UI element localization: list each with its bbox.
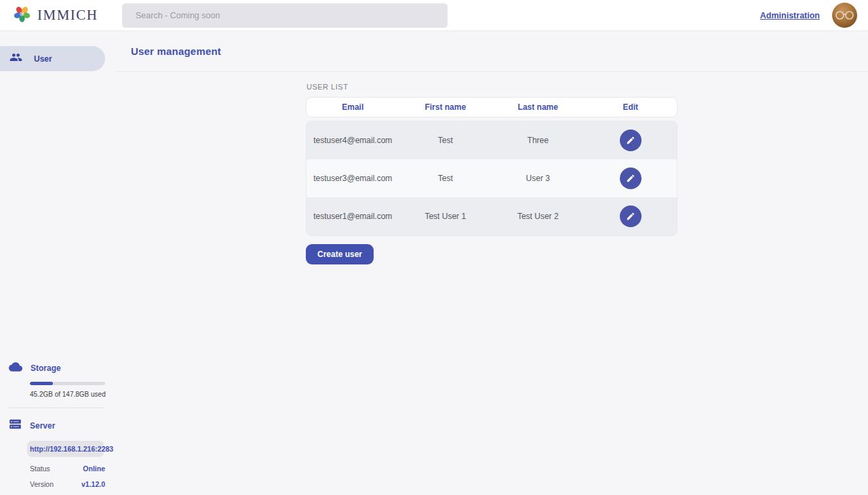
sidebar-item-user[interactable]: User [0,46,105,71]
table-row: testuser4@email.com Test Three [307,121,677,159]
cell-edit [585,130,677,151]
storage-progress-bar [30,382,105,385]
server-title: Server [30,421,55,431]
storage-progress-fill [30,382,53,385]
version-value: v1.12.0 [81,480,105,488]
sidebar-status-panel: Storage 45.2GB of 147.8GB used [0,360,115,488]
cell-edit [585,205,677,227]
storage-title: Storage [31,363,61,373]
sidebar: User Storage 45.2GB of 147.8GB used [0,31,115,495]
user-table-body: testuser4@email.com Test Three te [306,121,677,236]
search-input[interactable] [122,3,448,28]
cloud-icon [9,360,22,376]
cell-edit [585,167,677,189]
cell-email: testuser4@email.com [307,136,399,145]
cell-first-name: Test [399,136,492,145]
users-icon [9,51,22,66]
server-status-row: Status Online [30,464,105,473]
section-title: USER LIST [307,83,677,91]
status-value: Online [83,464,105,473]
cell-last-name: Test User 2 [492,212,585,221]
server-widget-header: Server [0,418,115,433]
storage-widget-header: Storage [0,360,115,376]
user-table-header: Email First name Last name Edit [306,97,677,117]
brand[interactable]: IMMICH [0,5,122,26]
page-header: User management [115,31,868,72]
immich-flower-logo-icon [13,5,31,26]
page: IMMICH Administration User [0,0,868,495]
pencil-icon [626,174,635,183]
cell-email: testuser3@email.com [307,174,399,183]
cell-email: testuser1@email.com [307,212,399,221]
sidebar-divider [8,408,105,408]
version-label: Version [30,480,54,488]
content-area: User Storage 45.2GB of 147.8GB used [0,31,868,495]
cell-first-name: Test [399,174,492,183]
page-title: User management [131,45,221,57]
column-header-edit: Edit [585,102,677,112]
glasses-on-wood-image [835,10,854,20]
edit-user-button[interactable] [620,205,642,227]
column-header-email: Email [307,102,399,112]
storage-usage-text: 45.2GB of 147.8GB used [30,391,115,398]
server-version-row: Version v1.12.0 [30,480,105,488]
edit-user-button[interactable] [620,167,642,189]
topbar: IMMICH Administration [0,0,868,31]
table-row: testuser3@email.com Test User 3 [307,159,677,197]
pencil-icon [626,212,635,221]
table-row: testuser1@email.com Test User 1 Test Use… [307,197,677,235]
sidebar-item-label: User [34,54,52,64]
column-header-last-name: Last name [492,102,585,112]
user-avatar[interactable] [832,3,857,28]
cell-last-name: User 3 [492,174,585,183]
cell-first-name: Test User 1 [399,212,492,221]
brand-wordmark: IMMICH [37,7,98,24]
cell-last-name: Three [492,136,585,145]
server-icon [9,418,22,433]
administration-link[interactable]: Administration [760,11,820,20]
server-url-badge: http://192.168.1.216:2283 [27,441,104,457]
main-panel: User management USER LIST Email First na… [115,31,868,495]
pencil-icon [626,136,635,145]
user-list-section: USER LIST Email First name Last name Edi… [306,72,677,264]
edit-user-button[interactable] [620,130,642,151]
status-label: Status [30,464,50,473]
create-user-button[interactable]: Create user [306,244,374,264]
column-header-first-name: First name [399,102,492,112]
